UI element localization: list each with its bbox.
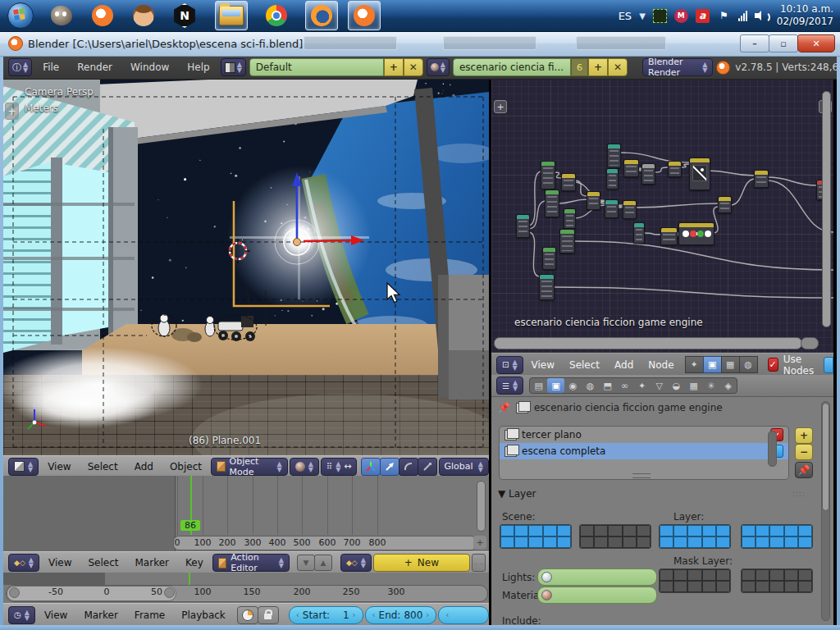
ae-menu-select[interactable]: Select bbox=[80, 557, 126, 568]
layer-toggle-cell[interactable] bbox=[798, 569, 812, 581]
node-editor-type[interactable]: ⊡ ▲▼ bbox=[496, 356, 523, 374]
compositing-nodes-button[interactable]: ▣ bbox=[703, 356, 722, 373]
constraints-tab-icon[interactable]: ∞ bbox=[616, 378, 633, 393]
start-frame-field[interactable]: ‹ Start: 1 › bbox=[289, 606, 363, 624]
object-tab-icon[interactable]: ⬒ bbox=[599, 378, 616, 393]
node-toolshelf-expand-icon[interactable]: + bbox=[494, 100, 507, 113]
render-layers-tab-icon[interactable]: ▣ bbox=[547, 378, 564, 393]
modifiers-tab-icon[interactable]: ✦ bbox=[633, 378, 651, 393]
sync-playback-button[interactable] bbox=[237, 606, 258, 624]
vp-menu-select[interactable]: Select bbox=[80, 461, 126, 472]
scene-layers-grid-a[interactable] bbox=[500, 524, 572, 549]
compositor-node[interactable] bbox=[545, 189, 559, 217]
minimize-button[interactable]: – bbox=[740, 34, 769, 52]
layer-toggle-cell[interactable] bbox=[580, 536, 594, 548]
use-nodes-checkbox[interactable]: ✓ bbox=[768, 358, 778, 372]
tl-menu-frame[interactable]: Frame bbox=[127, 609, 172, 621]
compositor-node[interactable] bbox=[623, 200, 637, 219]
add-scene-button[interactable]: + bbox=[588, 58, 608, 76]
layer-toggle-cell[interactable] bbox=[769, 525, 783, 536]
viewport-3d[interactable]: z Camera Persp Meters (86) Plane.001 + bbox=[3, 80, 489, 455]
layer-toggle-cell[interactable] bbox=[660, 525, 673, 536]
layer-toggle-cell[interactable] bbox=[637, 536, 651, 548]
volume-icon[interactable] bbox=[755, 10, 766, 21]
layer-toggle-cell[interactable] bbox=[798, 525, 812, 536]
scene-layers-grid-b[interactable] bbox=[579, 524, 651, 549]
viewport-editor-type[interactable]: ▲▼ bbox=[8, 458, 39, 476]
scene-tab-icon[interactable]: ◉ bbox=[564, 378, 582, 393]
compositor-node[interactable] bbox=[561, 173, 576, 191]
manipulator-scale-button[interactable] bbox=[418, 458, 437, 476]
layer-toggle-cell[interactable] bbox=[798, 536, 812, 548]
layer-toggle-cell[interactable] bbox=[608, 525, 622, 536]
texture-nodes-button[interactable]: ▦ bbox=[721, 356, 740, 373]
layer-toggle-cell[interactable] bbox=[702, 581, 716, 592]
mask-layers-grid-b[interactable] bbox=[741, 568, 813, 593]
material-nodes-button[interactable]: ◍ bbox=[739, 356, 758, 373]
proportional-edit-icon[interactable]: ↔ bbox=[344, 461, 350, 472]
taskbar-makehuman[interactable] bbox=[128, 2, 159, 30]
scene-selector[interactable]: escenario ciencia fi... 6 + ✕ bbox=[453, 58, 628, 76]
physics-tab-icon[interactable]: ◈ bbox=[719, 378, 737, 393]
menu-help[interactable]: Help bbox=[180, 62, 217, 73]
layer-toggle-cell[interactable] bbox=[543, 536, 557, 548]
layer-panel-title[interactable]: ▼ Layer bbox=[498, 488, 536, 500]
tray-expand-icon[interactable]: ▼ bbox=[639, 11, 646, 21]
layer-toggle-cell[interactable] bbox=[637, 525, 651, 536]
layer-toggle-cell[interactable] bbox=[702, 536, 716, 548]
taskbar-blender-running[interactable] bbox=[348, 1, 381, 30]
layer-toggle-cell[interactable] bbox=[756, 569, 769, 581]
compositor-node[interactable] bbox=[539, 274, 555, 300]
layout-name-field[interactable]: Default bbox=[249, 58, 384, 76]
layer-toggle-cell[interactable] bbox=[687, 581, 701, 592]
ne-menu-add[interactable]: Add bbox=[608, 359, 640, 371]
properties-editor[interactable]: ☰ ▲▼ ▤ ▣ ◉ ◍ ⬒ ∞ ✦ ▽ ◒ ▦ ✳ ◈ 📌 escenario… bbox=[491, 375, 833, 625]
compositor-node[interactable] bbox=[754, 170, 769, 188]
layer-toggle-cell[interactable] bbox=[500, 525, 514, 536]
layer-toggle-cell[interactable] bbox=[798, 581, 812, 592]
layer-toggle-cell[interactable] bbox=[756, 536, 769, 548]
layer-toggle-cell[interactable] bbox=[756, 581, 769, 592]
increment-arrow-icon[interactable]: › bbox=[426, 610, 429, 619]
particles-tab-icon[interactable]: ✳ bbox=[702, 378, 719, 393]
shader-nodes-button[interactable]: ✦ bbox=[685, 356, 704, 373]
layer-toggle-cell[interactable] bbox=[673, 525, 687, 536]
ne-menu-select[interactable]: Select bbox=[563, 359, 606, 371]
taskbar-explorer[interactable] bbox=[215, 1, 248, 30]
list-scrollbar[interactable] bbox=[768, 431, 777, 467]
layer-toggle-cell[interactable] bbox=[742, 569, 756, 581]
node-editor-hscrollbar-nub[interactable] bbox=[801, 337, 819, 349]
orientation-selector[interactable]: Global ▲▼ bbox=[439, 458, 489, 476]
remove-render-layer-button[interactable]: − bbox=[795, 444, 813, 460]
mode-selector[interactable]: Object Mode ▲▼ bbox=[211, 458, 288, 476]
layer-toggle-cell[interactable] bbox=[514, 536, 528, 548]
layer-toggle-cell[interactable] bbox=[784, 569, 798, 581]
compositor-node[interactable] bbox=[516, 214, 530, 238]
node-editor-hscrollbar[interactable] bbox=[494, 337, 802, 349]
shading-selector[interactable]: ▲▼ bbox=[290, 458, 319, 476]
new-action-button[interactable]: + New bbox=[373, 554, 470, 572]
timeline-current-frame-line[interactable] bbox=[189, 573, 190, 585]
compositor-node[interactable] bbox=[559, 229, 575, 253]
layer-toggle-cell[interactable] bbox=[742, 525, 756, 536]
compositor-node[interactable] bbox=[564, 208, 576, 229]
dope-mode-selector[interactable]: Action Editor ▲▼ bbox=[212, 554, 290, 572]
layer-toggle-cell[interactable] bbox=[623, 536, 637, 548]
screen-layout-icon-button[interactable]: ▲▼ bbox=[221, 58, 246, 76]
layer-toggle-cell[interactable] bbox=[514, 525, 528, 536]
compositor-node[interactable] bbox=[633, 222, 645, 244]
action-browse-button[interactable]: ◆◇ ▲▼ bbox=[340, 554, 372, 572]
menu-window[interactable]: Window bbox=[123, 62, 176, 73]
manipulator-rotate-button[interactable] bbox=[399, 458, 418, 476]
data-tab-icon[interactable]: ▽ bbox=[651, 378, 668, 393]
layer-toggle-cell[interactable] bbox=[769, 581, 783, 592]
pin-icon[interactable]: 📌 bbox=[498, 402, 510, 413]
taskbar-natron[interactable]: N bbox=[169, 2, 200, 30]
mask-layers-grid-a[interactable] bbox=[659, 568, 731, 593]
tl-menu-marker[interactable]: Marker bbox=[76, 609, 125, 621]
decrement-arrow-icon[interactable]: ‹ bbox=[372, 610, 376, 619]
clock[interactable]: 10:10 a.m. 02/09/2017 bbox=[777, 3, 833, 28]
compositor-node[interactable] bbox=[607, 144, 621, 168]
compositor-node[interactable] bbox=[689, 158, 710, 190]
decrement-arrow-icon[interactable]: ‹ bbox=[296, 610, 299, 619]
